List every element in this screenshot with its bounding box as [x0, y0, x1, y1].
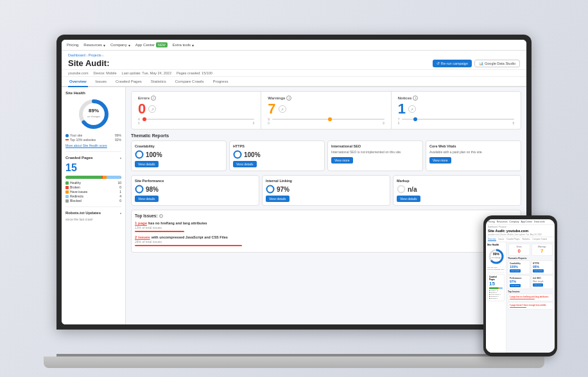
- site-performance-view-btn[interactable]: View details: [135, 196, 159, 202]
- last-update: Last update: Tue, May 24, 2022: [122, 71, 171, 75]
- phone-intl-seo-card: Intl. SEO Not impl. View more: [531, 275, 553, 289]
- tab-compare-crawls[interactable]: Compare Crawls: [174, 77, 205, 87]
- header-buttons: ↺ Re-run campaign 📊 Google Data Studio: [433, 60, 520, 67]
- notices-card: Notices i 1 ↗ 7: [392, 92, 521, 129]
- tab-issues[interactable]: Issues: [94, 77, 108, 87]
- phone-issue-1: 1 page has no hreflang and lang attribut…: [508, 294, 553, 301]
- meta-row: youtube.com Device: Mobile Last update: …: [62, 70, 526, 77]
- phone-issue-2: 1 page doesn't have enough text-visible: [508, 302, 553, 310]
- site-health-more-link[interactable]: More about Site Health score: [65, 144, 121, 147]
- issue-2-desc: with uncompressed JavaScript and CSS Fil…: [151, 235, 228, 239]
- errors-value: 0: [138, 102, 146, 116]
- nav-company[interactable]: Company ▾: [110, 43, 130, 47]
- markup-card: Markup n/a View details: [393, 175, 521, 206]
- nav-pricing[interactable]: Pricing: [67, 43, 78, 47]
- page-title-row: Site Audit: ↺ Re-run campaign 📊 Google D…: [68, 58, 520, 68]
- site-performance-card: Site Performance 98% View details: [131, 175, 259, 206]
- top-issues-section: Top Issues: i 1 page has no hreflang and…: [131, 210, 521, 253]
- metrics-row: Errors i 0 ↗ 4: [131, 91, 521, 130]
- main-panel: Errors i 0 ↗ 4: [126, 87, 526, 324]
- tab-statistics[interactable]: Statistics: [150, 77, 168, 87]
- phone-errors-row: Errors 0 Warnings 7: [508, 244, 553, 256]
- pages-crawled: Pages crawled: 15/100: [177, 71, 212, 75]
- issue-1-meta: 13% of total issues: [135, 226, 517, 230]
- issue-1-bar: [135, 231, 184, 232]
- scene: Pricing Resources ▾ Company ▾ App Center…: [18, 9, 570, 368]
- svg-point-5: [136, 151, 143, 158]
- phone-sidebar: Site Health 89% no change Your site: 89%…: [486, 242, 506, 353]
- thematic-reports-header: Thematic Reports: [131, 133, 521, 138]
- main-content: Site Health 89% no cha: [62, 87, 526, 324]
- domain: youtube.com: [68, 71, 89, 75]
- phone-https-card: HTTPS 98% View details: [531, 260, 553, 274]
- issue-2-link[interactable]: 2 issues: [135, 235, 150, 239]
- laptop-bezel: Pricing Resources ▾ Company ▾ App Center…: [56, 35, 532, 330]
- notices-info-icon: i: [413, 96, 418, 101]
- markup-view-btn[interactable]: View details: [397, 196, 420, 202]
- internal-linking-card: Internal Linking 97% View details: [262, 175, 390, 206]
- phone-crawled: Crawled Pages 15 ■ Healthy 10 ■ Broken 0…: [487, 274, 505, 301]
- phone-errors-metric: Errors 0: [508, 244, 530, 256]
- nav-extra-tools[interactable]: Extra tools ▾: [173, 43, 194, 47]
- page-title: Site Audit:: [68, 58, 110, 68]
- core-web-vitals-view-btn[interactable]: View more: [429, 157, 451, 163]
- phone-title: Site Audit: youtube.com: [486, 229, 555, 233]
- crawled-pages-count: 15: [65, 162, 121, 174]
- core-web-vitals-card: Core Web Vitals Available with a paid pl…: [426, 140, 521, 171]
- reports-grid-row2: Site Performance 98% View details: [131, 175, 521, 206]
- international-seo-card: International SEO International SEO is n…: [327, 140, 423, 171]
- phone-performance-card: Performance 97% View details: [508, 275, 530, 289]
- robots-section: Robots.txt Updates ‹ since the last craw…: [65, 211, 121, 221]
- svg-text:89%: 89%: [493, 252, 500, 256]
- google-data-studio-button[interactable]: 📊 Google Data Studio: [474, 60, 520, 67]
- tab-progress[interactable]: Progress: [211, 77, 229, 87]
- laptop-base: [44, 356, 544, 368]
- phone-crawlability-card: Crawlability 100% View details: [508, 260, 530, 274]
- international-seo-view-btn[interactable]: View more: [331, 157, 353, 163]
- reports-grid: Crawlability 100% View details: [131, 140, 521, 171]
- https-card: HTTPS 100% View details: [229, 140, 325, 171]
- top-nav: Pricing Resources ▾ Company ▾ App Center…: [62, 40, 526, 51]
- laptop-screen: Pricing Resources ▾ Company ▾ App Center…: [62, 40, 526, 324]
- svg-point-12: [398, 186, 405, 193]
- warnings-scale: [272, 119, 385, 120]
- errors-info-icon: i: [151, 96, 156, 101]
- issue-1-link[interactable]: 1 page: [135, 221, 147, 225]
- breadcrumb-dashboard[interactable]: Dashboard: [68, 53, 85, 57]
- bar-healthy: [65, 176, 102, 179]
- notices-label: Notices i: [398, 96, 514, 101]
- https-view-btn[interactable]: View details: [233, 161, 257, 167]
- tab-crawled-pages[interactable]: Crawled Pages: [114, 77, 143, 87]
- phone-crawled-num: 15: [489, 281, 503, 287]
- svg-point-7: [234, 151, 241, 158]
- top-issues-info-icon: i: [159, 214, 163, 218]
- breadcrumb-projects[interactable]: Projects: [89, 53, 101, 57]
- issue-item-1: 1 page has no hreflang and lang attribut…: [135, 221, 517, 232]
- warnings-value: 7: [268, 102, 275, 116]
- internal-linking-view-btn[interactable]: View details: [266, 196, 290, 202]
- phone-screen: Pricing Resources Company App Center Ext…: [486, 219, 555, 353]
- svg-point-11: [267, 186, 274, 193]
- phone-nav: Pricing Resources Company App Center Ext…: [486, 219, 555, 225]
- crawled-pages-legend: Healthy 10 Broken 0: [65, 181, 121, 203]
- phone-tabs: Overview Issues Crawled Pages Statistics…: [486, 237, 555, 242]
- phone-main: Errors 0 Warnings 7 Thematic Reports: [506, 242, 555, 353]
- page-header: Dashboard › Projects › Site Audit: ↺ Re-…: [62, 51, 526, 70]
- phone-ui: Pricing Resources Company App Center Ext…: [486, 219, 555, 353]
- issue-1-desc: has no hreflang and lang attributes: [148, 221, 207, 225]
- phone-issues-section: Top Issues: 1 page has no hreflang and l…: [508, 290, 553, 310]
- rerun-button[interactable]: ↺ Re-run campaign: [433, 60, 472, 67]
- nav-app-center[interactable]: App Center NEW: [135, 42, 168, 47]
- issue-item-2: 2 issues with uncompressed JavaScript an…: [135, 235, 517, 246]
- warnings-change-icon: ↗: [279, 105, 286, 113]
- crawlability-view-btn[interactable]: View details: [135, 161, 159, 167]
- crawled-pages-bar: [65, 176, 121, 179]
- tab-overview[interactable]: Overview: [68, 77, 88, 87]
- nav-resources[interactable]: Resources ▾: [83, 43, 105, 47]
- site-health-donut: 89% no changes: [65, 97, 121, 131]
- app-ui: Pricing Resources ▾ Company ▾ App Center…: [62, 40, 526, 324]
- app-center-badge: NEW: [156, 42, 168, 47]
- laptop: Pricing Resources ▾ Company ▾ App Center…: [44, 35, 544, 368]
- errors-card: Errors i 0 ↗ 4: [132, 92, 261, 129]
- phone-issue-2-bar: [510, 307, 526, 308]
